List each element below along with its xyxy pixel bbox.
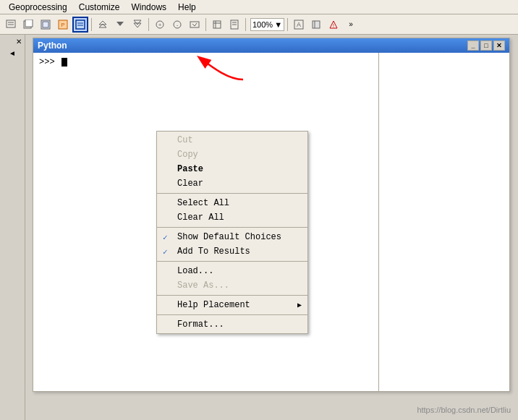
python-titlebar: Python _ □ ✕ [33,38,509,53]
ctx-cut[interactable]: Cut [157,133,307,147]
toolbar-btn-15[interactable] [308,17,324,33]
close-button[interactable]: ✕ [493,40,505,51]
ctx-format-label: Format... [177,320,224,330]
ctx-paste[interactable]: Paste [157,162,307,176]
python-editor[interactable]: >>> Cut Copy [33,53,379,391]
toolbar-btn-4[interactable]: P [55,17,71,33]
ctx-clear-label: Clear [177,179,203,189]
svg-rect-22 [213,21,221,28]
menu-customize[interactable]: Customize [73,1,126,14]
toolbar-btn-1[interactable] [3,17,19,33]
zoom-display: 100% ▼ [250,18,284,31]
toolbar-btn-12[interactable] [209,17,225,33]
main-area: ✕ ◄ Python _ □ ✕ [0,35,518,420]
ctx-load[interactable]: Load... [157,264,307,278]
toolbar-btn-14[interactable]: A [291,17,307,33]
ctx-format[interactable]: Format... [157,317,307,332]
ctx-show-default[interactable]: ✓ Show Default Choices [157,230,307,244]
toolbar-btn-13[interactable] [226,17,242,33]
ctx-copy-label: Copy [177,150,198,160]
toolbar-btn-7[interactable] [112,17,128,33]
python-prompt: >>> [39,57,55,67]
ctx-select-all-label: Select All [177,198,229,208]
show-default-checkmark: ✓ [163,233,168,242]
svg-rect-9 [76,20,85,29]
toolbar-btn-overflow[interactable]: » [343,17,359,33]
ctx-show-default-label: Show Default Choices [177,232,281,242]
toolbar-btn-10[interactable]: - [169,17,185,33]
add-to-results-checkmark: ✓ [163,247,168,257]
menu-windows[interactable]: Windows [125,1,172,14]
toolbar-separator-1 [91,18,92,31]
python-window: Python _ □ ✕ >>> Cut [33,38,510,392]
ctx-sep-4 [157,295,307,296]
svg-marker-15 [134,23,141,27]
toolbar-btn-3[interactable] [38,17,54,33]
menu-geoprocessing[interactable]: Geoprocessing [3,1,73,14]
ctx-clear[interactable]: Clear [157,176,307,191]
ctx-clear-all[interactable]: Clear All [157,210,307,225]
svg-text:!: ! [333,23,334,28]
toolbar-btn-8[interactable] [130,17,145,33]
ctx-clear-all-label: Clear All [177,213,224,223]
python-title: Python [38,40,67,51]
ctx-add-to-results[interactable]: ✓ Add To Results [157,244,307,259]
ctx-save-as-label: Save As... [177,280,229,291]
python-content: >>> Cut Copy [33,53,509,391]
svg-text:+: + [158,22,162,28]
toolbar: P + - 100% ▼ A ! » [0,14,518,35]
watermark: https://blog.csdn.net/Dirtliu [417,406,511,414]
cursor [61,58,67,67]
svg-rect-30 [313,21,320,28]
ctx-sep-5 [157,314,307,315]
toolbar-btn-16[interactable]: ! [326,17,341,33]
ctx-select-all[interactable]: Select All [157,196,307,210]
titlebar-buttons: _ □ ✕ [467,40,505,51]
svg-rect-4 [25,20,33,27]
ctx-copy[interactable]: Copy [157,147,307,162]
zoom-value: 100% [252,20,273,29]
context-menu: Cut Copy Paste Clear [156,131,308,334]
minimize-button[interactable]: _ [467,40,479,51]
svg-text:P: P [61,22,64,28]
svg-text:-: - [177,22,179,28]
ctx-sep-2 [157,227,307,228]
toolbar-btn-9[interactable]: + [152,17,168,33]
toolbar-separator-2 [148,18,149,31]
ctx-load-label: Load... [177,266,213,276]
toolbar-separator-4 [245,18,246,31]
svg-rect-0 [7,20,15,27]
svg-marker-14 [116,22,124,26]
menu-help[interactable]: Help [172,1,202,14]
ctx-save-as[interactable]: Save As... [157,278,307,293]
toolbar-btn-11[interactable] [187,17,203,33]
help-placement-arrow-icon: ▶ [297,301,302,309]
toolbar-separator-5 [287,18,288,31]
ctx-sep-3 [157,261,307,262]
ctx-help-placement-label: Help Placement [177,300,250,310]
python-output [379,53,509,391]
toolbar-btn-5[interactable] [72,17,88,33]
toolbar-btn-2[interactable] [20,17,36,33]
toolbar-btn-6[interactable] [95,17,111,33]
ctx-sep-1 [157,193,307,194]
svg-text:A: A [297,21,301,28]
left-panel: ✕ ◄ [0,35,25,420]
menu-bar: Geoprocessing Customize Windows Help [0,0,518,14]
ctx-paste-label: Paste [177,164,203,174]
svg-rect-21 [190,22,199,27]
ctx-add-to-results-label: Add To Results [177,247,250,257]
panel-resize[interactable]: ◄ [9,49,16,57]
ctx-help-placement[interactable]: Help Placement ▶ [157,298,307,312]
restore-button[interactable]: □ [480,40,492,51]
toolbar-separator-3 [205,18,206,31]
ctx-cut-label: Cut [177,135,193,145]
zoom-dropdown-icon[interactable]: ▼ [274,20,282,29]
panel-close-icon[interactable]: ✕ [16,38,22,46]
